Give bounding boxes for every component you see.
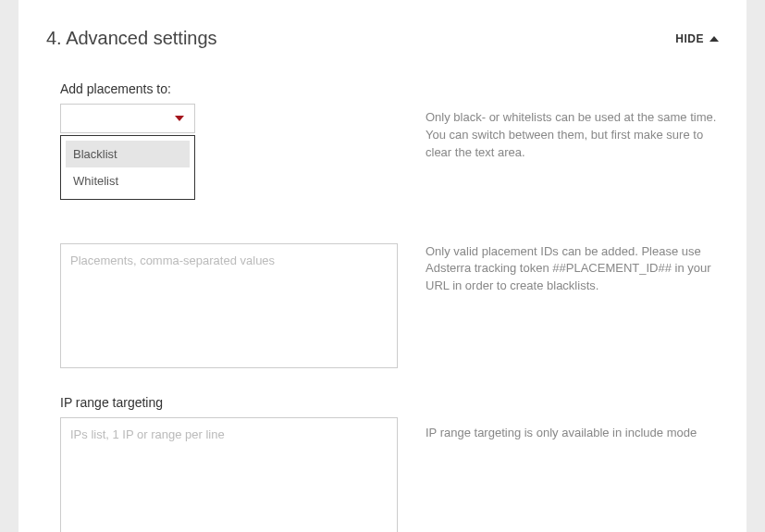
dropdown-item-blacklist[interactable]: Blacklist (66, 141, 190, 167)
ip-textarea[interactable] (60, 417, 398, 532)
advanced-settings-panel: 4. Advanced settings HIDE Add placements… (19, 0, 746, 532)
placements-label: Add placements to: (60, 81, 398, 96)
placements-textarea[interactable] (60, 243, 398, 368)
panel-header: 4. Advanced settings HIDE (46, 28, 719, 49)
placements-textarea-row: Only valid placement IDs can be added. P… (60, 243, 719, 371)
placements-select[interactable] (60, 104, 195, 133)
ip-col: IP range targeting (60, 395, 398, 532)
chevron-up-icon (709, 36, 719, 42)
placements-select-wrap: Blacklist Whitelist (60, 104, 195, 133)
panel-title: 4. Advanced settings (46, 28, 217, 49)
placements-select-col: Add placements to: Blacklist Whitelist (60, 81, 398, 133)
placements-help-textarea: Only valid placement IDs can be added. P… (426, 243, 719, 296)
hide-toggle[interactable]: HIDE (675, 32, 719, 45)
placements-dropdown: Blacklist Whitelist (60, 135, 195, 200)
ip-label: IP range targeting (60, 395, 398, 410)
placements-select-row: Add placements to: Blacklist Whitelist O… (60, 81, 719, 162)
ip-help: IP range targeting is only available in … (426, 395, 719, 442)
hide-label: HIDE (675, 32, 704, 45)
dropdown-item-whitelist[interactable]: Whitelist (66, 167, 190, 194)
placements-textarea-col (60, 243, 398, 371)
placements-help-top: Only black- or whitelists can be used at… (426, 81, 719, 162)
ip-row: IP range targeting IP range targeting is… (60, 395, 719, 532)
panel-content: Add placements to: Blacklist Whitelist O… (46, 81, 719, 532)
caret-down-icon (175, 116, 184, 121)
